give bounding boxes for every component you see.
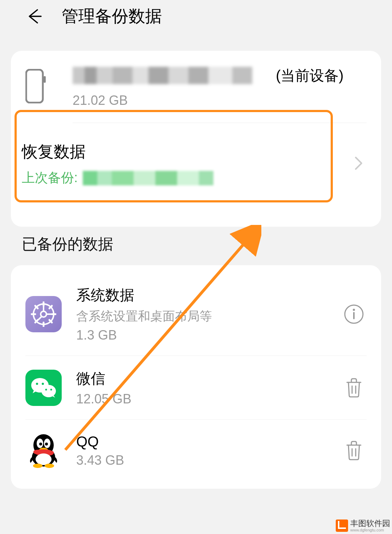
- app-desc: 含系统设置和桌面布局等: [76, 308, 341, 325]
- app-size: 12.05 GB: [76, 391, 341, 407]
- header: 管理备份数据: [0, 0, 392, 33]
- restore-data-row[interactable]: 恢复数据 上次备份:: [22, 123, 367, 219]
- svg-point-20: [42, 383, 44, 385]
- svg-point-21: [41, 385, 56, 397]
- list-item-system[interactable]: 系统数据 含系统设置和桌面布局等 1.3 GB: [25, 272, 367, 356]
- delete-button[interactable]: [341, 438, 367, 463]
- watermark: 丰图软件园 www.dgfengtu.com: [336, 519, 390, 532]
- back-button[interactable]: [25, 7, 44, 25]
- app-size: 1.3 GB: [76, 328, 341, 343]
- svg-point-32: [33, 464, 42, 468]
- svg-rect-0: [26, 70, 43, 103]
- arrow-left-icon: [26, 8, 42, 24]
- system-settings-icon: [25, 296, 62, 332]
- device-card: (当前设备) 21.02 GB 恢复数据 上次备份:: [11, 51, 381, 227]
- trash-icon: [345, 441, 363, 460]
- app-size: 3.43 GB: [76, 453, 341, 468]
- device-row[interactable]: (当前设备) 21.02 GB: [25, 65, 367, 115]
- device-suffix: (当前设备): [276, 65, 344, 86]
- svg-point-22: [45, 389, 47, 390]
- info-icon: [344, 304, 364, 324]
- svg-point-29: [45, 443, 48, 445]
- list-item-qq[interactable]: QQ 3.43 GB: [25, 420, 367, 481]
- app-title: QQ: [76, 434, 341, 450]
- svg-point-23: [50, 389, 52, 390]
- svg-rect-1: [44, 76, 46, 83]
- svg-point-16: [353, 309, 355, 311]
- redacted-backup-date: [83, 171, 228, 185]
- app-title: 系统数据: [76, 285, 341, 305]
- device-info: (当前设备) 21.02 GB: [73, 65, 367, 108]
- app-title: 微信: [76, 369, 341, 389]
- restore-subtitle: 上次备份:: [22, 169, 354, 187]
- svg-point-28: [39, 443, 42, 445]
- svg-point-19: [36, 383, 38, 385]
- restore-title: 恢复数据: [22, 141, 354, 163]
- trash-icon: [345, 378, 363, 398]
- svg-line-14: [38, 316, 42, 320]
- wechat-icon: [25, 370, 62, 406]
- device-size: 21.02 GB: [73, 93, 367, 108]
- last-backup-label: 上次备份:: [22, 169, 78, 187]
- watermark-name: 丰图软件园: [350, 519, 390, 528]
- delete-button[interactable]: [341, 375, 367, 400]
- qq-icon: [25, 432, 62, 469]
- page-title: 管理备份数据: [62, 5, 162, 28]
- watermark-logo-icon: [336, 519, 348, 532]
- svg-point-31: [36, 453, 52, 465]
- device-name: (当前设备): [73, 65, 367, 86]
- chevron-right-icon: [354, 156, 363, 172]
- backup-data-list: 系统数据 含系统设置和桌面布局等 1.3 GB: [11, 265, 381, 489]
- svg-point-33: [45, 464, 54, 468]
- info-button[interactable]: [341, 301, 367, 327]
- redacted-device-name: [73, 67, 272, 84]
- watermark-url: www.dgfengtu.com: [350, 528, 390, 532]
- section-title: 已备份的数据: [22, 234, 392, 254]
- list-item-wechat[interactable]: 微信 12.05 GB: [25, 356, 367, 420]
- phone-icon: [25, 69, 47, 103]
